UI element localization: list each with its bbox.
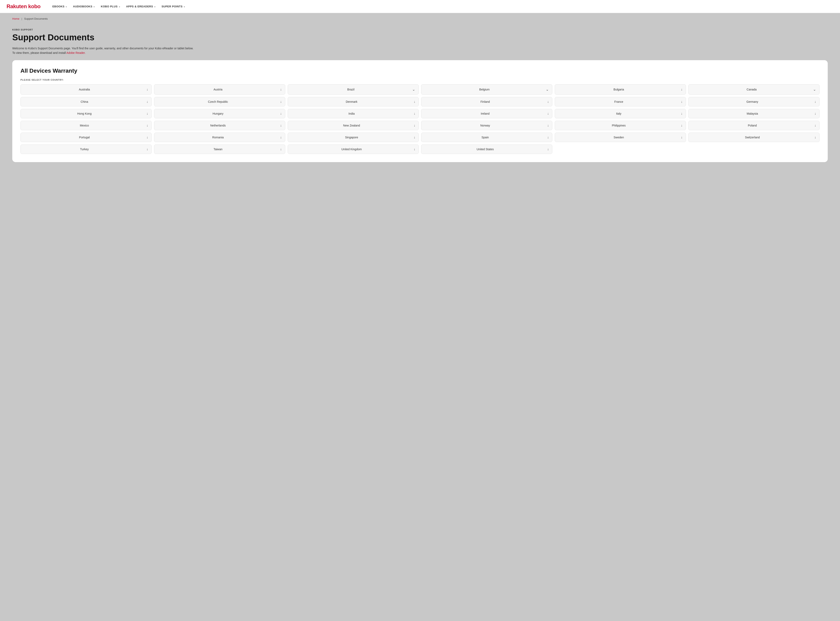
country-name: Switzerland bbox=[692, 136, 813, 139]
country-name: Brazil bbox=[291, 88, 411, 91]
country-name: Belgium bbox=[425, 88, 544, 91]
country-button[interactable]: Finland bbox=[421, 97, 552, 106]
breadcrumb-home-link[interactable]: Home bbox=[12, 17, 20, 20]
country-button[interactable]: Austria bbox=[154, 84, 285, 95]
country-name: Canada bbox=[692, 88, 811, 91]
country-button[interactable]: Poland bbox=[689, 121, 820, 130]
country-name: Hungary bbox=[157, 112, 278, 115]
card-title: All Devices Warranty bbox=[20, 68, 820, 74]
country-name: India bbox=[291, 112, 412, 115]
country-name: Ireland bbox=[425, 112, 546, 115]
country-name: Hong Kong bbox=[24, 112, 145, 115]
download-icon bbox=[814, 112, 816, 115]
download-icon bbox=[681, 112, 683, 115]
expand-icon bbox=[412, 87, 415, 92]
download-icon bbox=[547, 135, 549, 139]
country-name: Italy bbox=[558, 112, 679, 115]
chevron-down-icon: ⌄ bbox=[93, 5, 95, 8]
country-button[interactable]: Ireland bbox=[421, 109, 552, 118]
download-icon bbox=[147, 100, 148, 104]
nav-item-apps[interactable]: APPS & eREADERS ⌄ bbox=[124, 3, 158, 10]
download-icon bbox=[547, 124, 549, 127]
country-grid: AustraliaAustriaBrazilBelgiumBulgariaCan… bbox=[20, 84, 820, 154]
download-icon bbox=[413, 147, 415, 151]
select-country-label: PLEASE SELECT YOUR COUNTRY: bbox=[20, 79, 820, 81]
country-button[interactable]: Malaysia bbox=[689, 109, 820, 118]
country-button[interactable]: Portugal bbox=[20, 133, 151, 142]
country-button[interactable]: Czech Republic bbox=[154, 97, 285, 106]
country-name: Singapore bbox=[291, 136, 412, 139]
expand-icon bbox=[546, 87, 549, 92]
country-button[interactable]: Hungary bbox=[154, 109, 285, 118]
page-desc-text: Welcome to Kobo's Support Documents page… bbox=[12, 47, 194, 55]
page-description: Welcome to Kobo's Support Documents page… bbox=[12, 46, 209, 55]
breadcrumb-current: Support Documents bbox=[24, 17, 48, 20]
download-icon bbox=[814, 135, 816, 139]
nav-item-superpoints[interactable]: SUPER POINTS ⌄ bbox=[159, 3, 187, 10]
adobe-reader-link[interactable]: Adobe Reader. bbox=[67, 51, 86, 55]
country-button[interactable]: Australia bbox=[20, 84, 151, 95]
country-button[interactable]: Denmark bbox=[288, 97, 419, 106]
country-button[interactable]: Philippines bbox=[555, 121, 686, 130]
country-button[interactable]: United States bbox=[421, 144, 552, 154]
country-button[interactable]: New Zealand bbox=[288, 121, 419, 130]
download-icon bbox=[413, 100, 415, 104]
country-button[interactable]: Norway bbox=[421, 121, 552, 130]
country-name: Norway bbox=[425, 124, 546, 127]
nav-item-koboplus[interactable]: KOBO PLUS ⌄ bbox=[99, 3, 123, 10]
country-button[interactable]: Spain bbox=[421, 133, 552, 142]
country-button[interactable]: Mexico bbox=[20, 121, 151, 130]
country-button[interactable]: Netherlands bbox=[154, 121, 285, 130]
download-icon bbox=[280, 147, 282, 151]
download-icon bbox=[280, 112, 282, 115]
country-button[interactable]: United Kingdom bbox=[288, 144, 419, 154]
nav-item-audiobooks[interactable]: AUDIOBOOKS ⌄ bbox=[71, 3, 97, 10]
page-title: Support Documents bbox=[12, 33, 828, 42]
download-icon bbox=[814, 100, 816, 104]
country-name: China bbox=[24, 100, 145, 103]
country-button[interactable]: Singapore bbox=[288, 133, 419, 142]
nav-item-ebooks[interactable]: eBOOKS ⌄ bbox=[50, 3, 70, 10]
navbar: Rakuten kobo eBOOKS ⌄ AUDIOBOOKS ⌄ KOBO … bbox=[0, 0, 840, 13]
country-button[interactable]: Turkey bbox=[20, 144, 151, 154]
page-content: KOBO SUPPORT Support Documents Welcome t… bbox=[0, 24, 840, 170]
download-icon bbox=[147, 124, 148, 127]
country-button[interactable]: Bulgaria bbox=[555, 84, 686, 95]
country-button[interactable]: Italy bbox=[555, 109, 686, 118]
chevron-down-icon: ⌄ bbox=[154, 5, 156, 8]
country-name: Romania bbox=[157, 136, 278, 139]
download-icon bbox=[681, 124, 683, 127]
country-button[interactable]: Canada bbox=[689, 84, 820, 95]
breadcrumb-separator: | bbox=[21, 17, 22, 20]
country-button[interactable]: India bbox=[288, 109, 419, 118]
expand-icon bbox=[813, 87, 816, 92]
country-button[interactable]: Brazil bbox=[288, 84, 419, 95]
download-icon bbox=[547, 100, 549, 104]
country-button[interactable]: Taiwan bbox=[154, 144, 285, 154]
breadcrumb: Home | Support Documents bbox=[0, 13, 840, 24]
country-button[interactable]: Belgium bbox=[421, 84, 552, 95]
download-icon bbox=[280, 124, 282, 127]
download-icon bbox=[147, 112, 148, 115]
country-button[interactable]: France bbox=[555, 97, 686, 106]
country-button[interactable]: Hong Kong bbox=[20, 109, 151, 118]
country-button[interactable]: Switzerland bbox=[689, 133, 820, 142]
download-icon bbox=[547, 112, 549, 115]
country-name: Turkey bbox=[24, 148, 145, 151]
country-name: Malaysia bbox=[692, 112, 813, 115]
country-name: Denmark bbox=[291, 100, 412, 103]
warranty-card: All Devices Warranty PLEASE SELECT YOUR … bbox=[12, 60, 828, 162]
download-icon bbox=[147, 88, 148, 91]
download-icon bbox=[280, 100, 282, 104]
download-icon bbox=[147, 135, 148, 139]
page-label: KOBO SUPPORT bbox=[12, 29, 828, 31]
country-button[interactable]: China bbox=[20, 97, 151, 106]
download-icon bbox=[681, 135, 683, 139]
logo[interactable]: Rakuten kobo bbox=[6, 3, 41, 10]
country-button[interactable]: Sweden bbox=[555, 133, 686, 142]
country-name: Germany bbox=[692, 100, 813, 103]
country-button[interactable]: Germany bbox=[689, 97, 820, 106]
country-button[interactable]: Romania bbox=[154, 133, 285, 142]
country-name: Netherlands bbox=[157, 124, 278, 127]
country-name: Portugal bbox=[24, 136, 145, 139]
